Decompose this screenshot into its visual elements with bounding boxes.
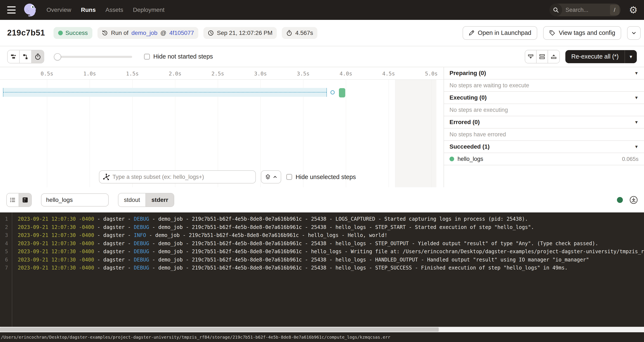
axis-tick-label: 3.0s [254,70,267,77]
panel-split-button[interactable] [536,50,548,63]
axis-tick-label: 1.0s [83,70,96,77]
log-line: 32023-09-21 12:07:30 -0400 - dagster - I… [0,231,644,240]
download-icon[interactable] [629,196,638,204]
caret-down-icon: ▼ [634,95,638,100]
caret-down-icon: ▼ [634,144,638,149]
log-toolbar: stdout stderr [0,187,644,212]
zoom-slider-track [54,56,132,58]
scrollbar-thumb[interactable] [0,328,439,332]
panel-bottom-button[interactable] [525,50,536,63]
view-timed-button[interactable] [32,50,44,63]
log-filter-input[interactable] [41,194,109,206]
checkbox-icon [144,54,150,60]
menu-icon[interactable] [7,6,16,14]
gantt-step-hello-logs[interactable] [339,88,345,98]
gantt-toolbar: Hide not started steps Re-execute all (*… [0,46,644,67]
tag-icon [549,30,556,36]
gear-icon[interactable]: ⚙ [629,5,638,15]
section-title: Preparing (0) [450,70,486,76]
grid-line [431,80,432,187]
search-input[interactable]: Search... / [550,4,620,16]
horizontal-scrollbar [0,327,644,332]
terminal-view-icon [22,197,28,203]
graph-query-toggle-button[interactable] [261,170,281,184]
job-name-link[interactable]: demo_job [131,30,157,36]
raw-log-view-button[interactable] [19,194,31,206]
run-actions-dropdown-button[interactable] [627,26,640,40]
search-icon [550,4,562,16]
gantt-marker-dot [330,90,335,94]
tab-stderr[interactable]: stderr [146,194,174,206]
timestamp-label: Sep 21, 12:07:26 PM [217,30,272,36]
open-in-launchpad-label: Open in Launchpad [478,30,531,36]
pencil-icon [468,30,474,36]
dagster-logo-icon[interactable] [23,3,37,17]
status-badge: Success [54,27,92,39]
section-executing-header[interactable]: Executing (0) ▼ [444,92,644,104]
succeeded-step-row[interactable]: hello_logs 0.065s [444,153,644,165]
view-waterfall-button[interactable] [20,50,32,63]
section-errored-header[interactable]: Errored (0) ▼ [444,116,644,128]
search-shortcut-badge: / [610,5,619,15]
nav-item-deployment[interactable]: Deployment [133,6,164,13]
log-status-dot [617,197,623,203]
gantt-view-mode-segment [7,50,44,64]
log-line: 22023-09-21 12:07:30 -0400 - dagster - D… [0,223,644,232]
nav-item-assets[interactable]: Assets [106,6,123,13]
zoom-slider-knob[interactable] [54,53,61,60]
panel-split-icon [539,54,545,60]
run-id-title: 219c7b51 [7,28,45,38]
view-tags-config-label: View tags and config [559,30,615,36]
panel-expand-up-icon [550,54,557,60]
list-view-icon [10,197,16,203]
stopwatch-view-icon [34,53,41,60]
step-duration: 0.065s [622,156,638,162]
at-separator: @ [160,30,166,36]
step-subset-input-wrap [99,170,256,184]
code-version-link[interactable]: 4f105077 [169,30,194,36]
section-title: Errored (0) [450,119,480,126]
duration-label: 4.567s [295,30,313,36]
step-status-panel: Preparing (0) ▼ No steps are waiting to … [444,67,644,187]
nav-item-overview[interactable]: Overview [46,6,71,13]
axis-tick-label: 4.5s [382,70,395,77]
view-flat-button[interactable] [8,50,20,63]
section-preparing-empty: No steps are waiting to execute [444,80,644,92]
run-of-label: Run of [111,30,128,36]
tab-stdout[interactable]: stdout [118,194,146,206]
log-output: 12023-09-21 12:07:30 -0400 - dagster - D… [0,212,644,327]
open-in-launchpad-button[interactable]: Open in Launchpad [462,26,537,40]
axis-tick-label: 4.0s [340,70,352,77]
section-title: Executing (0) [450,94,487,101]
hide-unselected-checkbox[interactable]: Hide unselected steps [286,174,356,180]
log-line: 72023-09-21 12:07:30 -0400 - dagster - D… [0,264,644,272]
section-succeeded-header[interactable]: Succeeded (1) ▼ [444,141,644,153]
search-placeholder: Search... [566,7,610,13]
axis-tick-label: 3.5s [297,70,310,77]
layers-icon [265,174,271,180]
axis-tick-label: 0.5s [40,70,53,77]
reexecute-all-label: Re-execute all (*) [565,53,624,60]
structured-log-view-button[interactable] [7,194,19,206]
reexecute-all-button[interactable]: Re-execute all (*) ▾ [565,50,637,63]
step-subset-input[interactable] [112,174,252,180]
empty-message: No steps are waiting to execute [450,82,529,89]
success-dot-icon [450,157,454,161]
section-preparing-header[interactable]: Preparing (0) ▼ [444,67,644,80]
hide-not-started-checkbox[interactable]: Hide not started steps [144,53,213,60]
panel-top-button[interactable] [548,50,560,63]
section-errored-empty: No steps have errored [444,128,644,141]
flat-view-icon [10,54,17,60]
gantt-section: 0.5s1.0s1.5s2.0s2.5s3.0s3.5s4.0s4.5s5.0s… [0,67,644,187]
status-dot-icon [58,31,63,35]
nav-item-runs[interactable]: Runs [81,6,96,13]
view-tags-config-button[interactable]: View tags and config [543,26,621,40]
axis-tick-label: 2.0s [169,70,182,77]
reexecute-dropdown-caret[interactable]: ▾ [625,54,637,60]
chevron-down-icon [631,30,636,36]
gantt-chart: 0.5s1.0s1.5s2.0s2.5s3.0s3.5s4.0s4.5s5.0s… [0,67,444,187]
chevron-up-icon [273,175,277,179]
waterfall-view-icon [22,54,29,60]
zoom-slider[interactable] [54,50,132,63]
log-view-segment [6,193,32,207]
